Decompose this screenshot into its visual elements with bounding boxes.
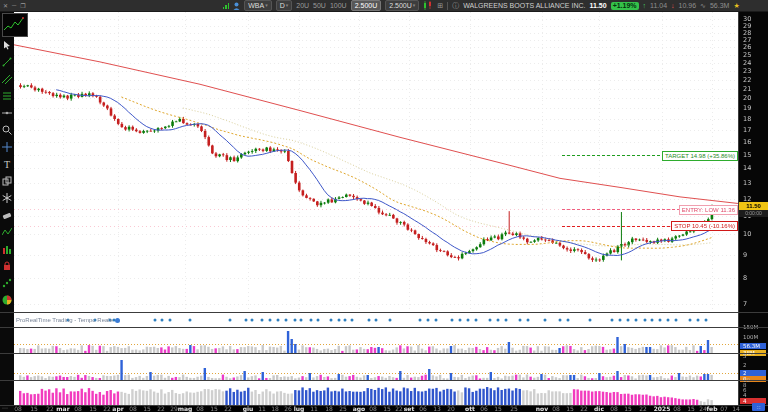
zigzag-icon[interactable] bbox=[2, 227, 13, 237]
connection-status-icon bbox=[223, 2, 230, 9]
settings-icon[interactable] bbox=[2, 193, 13, 203]
thumbnail-sparkline-icon bbox=[3, 14, 25, 34]
pane-separator[interactable] bbox=[0, 380, 768, 381]
low-arrow-icon: ↓ bbox=[671, 2, 675, 9]
entry-price-label[interactable]: ENTRY: LOW 11.36 bbox=[679, 205, 738, 215]
close-icon[interactable]: ✕ bbox=[3, 2, 9, 9]
text-icon[interactable]: T bbox=[2, 159, 13, 169]
globe-icon bbox=[115, 318, 120, 323]
signal-dots-pane[interactable] bbox=[14, 313, 739, 327]
volume-pane[interactable] bbox=[14, 328, 739, 353]
high-arrow-icon: ↑ bbox=[643, 2, 647, 9]
date-axis[interactable] bbox=[0, 405, 768, 412]
interval-dropdown[interactable]: 2.500U▾ bbox=[385, 0, 419, 11]
pane-separator[interactable] bbox=[0, 353, 768, 354]
pane-separator bbox=[0, 405, 768, 406]
user-icon[interactable] bbox=[233, 2, 240, 10]
prt-logo-icon[interactable]: ∷ bbox=[752, 403, 765, 411]
chart-thumbnail-window[interactable] bbox=[2, 13, 28, 37]
ma-button-50[interactable]: 50U bbox=[313, 2, 326, 9]
chart-type-candles-icon[interactable] bbox=[423, 1, 433, 10]
horizontal-line-icon[interactable] bbox=[2, 108, 13, 118]
trend-line-icon[interactable] bbox=[2, 57, 13, 67]
trading-app-window: ✕ ─ ❐ WBA▾ D▾ 20U 50U 100U 2.500U 2.500U… bbox=[0, 0, 768, 412]
minimize-icon[interactable]: ─ bbox=[12, 2, 17, 9]
company-name: WALGREENS BOOTS ALLIANCE INC. bbox=[463, 2, 585, 9]
lock-icon[interactable] bbox=[2, 261, 13, 271]
svg-text:T: T bbox=[4, 159, 10, 169]
window-controls[interactable]: ✕ ─ ❐ bbox=[3, 2, 27, 9]
target-price-label[interactable]: TARGET 14.98 (+35.86%) bbox=[662, 151, 738, 161]
platform-brand: ProRealTime Trading - Tempo Reale bbox=[16, 317, 120, 323]
alert-star-icon[interactable]: ★ bbox=[733, 2, 739, 10]
bar-countdown: 0:00:00 bbox=[739, 210, 768, 217]
timeframe-selector[interactable]: D▾ bbox=[276, 0, 293, 11]
chevron-down-icon: ▾ bbox=[413, 1, 416, 10]
chevron-down-icon: ▾ bbox=[286, 1, 289, 10]
day-volume-value: 56.3M bbox=[710, 2, 729, 9]
maximize-icon[interactable]: ❐ bbox=[20, 2, 26, 9]
ma-button-20[interactable]: 20U bbox=[296, 2, 309, 9]
layout-grid-icon[interactable]: ⊞ bbox=[437, 2, 443, 10]
brand-text: ProRealTime Trading - Tempo Reale bbox=[16, 317, 113, 323]
main-price-pane[interactable] bbox=[14, 12, 739, 312]
info-icon[interactable]: ⓘ bbox=[452, 1, 459, 11]
ma-button-100[interactable]: 100U bbox=[330, 2, 347, 9]
toolbar-divider bbox=[447, 2, 448, 10]
top-toolbar: ✕ ─ ❐ WBA▾ D▾ 20U 50U 100U 2.500U 2.500U… bbox=[0, 0, 768, 12]
multi-line-icon[interactable] bbox=[2, 74, 13, 84]
day-low-value: 10.96 bbox=[679, 2, 697, 9]
pie-icon[interactable] bbox=[2, 295, 13, 305]
dots-icon[interactable] bbox=[2, 278, 13, 288]
fib-retracement-icon[interactable] bbox=[2, 91, 13, 101]
symbol-selector[interactable]: WBA▾ bbox=[244, 0, 271, 11]
day-high-value: 11.04 bbox=[650, 2, 667, 9]
drawing-toolbar: T bbox=[0, 12, 14, 412]
volume-icon: ∿ bbox=[700, 2, 706, 10]
pane-separator[interactable] bbox=[0, 312, 768, 313]
pane-separator[interactable] bbox=[0, 327, 768, 328]
chevron-down-icon: ▾ bbox=[265, 1, 268, 10]
change-percent-badge: +1.19% bbox=[611, 2, 639, 10]
eraser-icon[interactable] bbox=[2, 210, 13, 220]
duplicate-icon[interactable] bbox=[2, 176, 13, 186]
bar-chart-icon[interactable] bbox=[2, 244, 13, 254]
crosshair-icon[interactable] bbox=[2, 142, 13, 152]
last-price-value: 11.50 bbox=[589, 2, 606, 9]
interval-button-active[interactable]: 2.500U bbox=[351, 0, 382, 11]
current-price-tag: 11.50 bbox=[739, 202, 768, 210]
stop-price-label[interactable]: STOP 10.45 (-10.16%) bbox=[671, 221, 738, 231]
indicator-pane-3[interactable] bbox=[14, 381, 739, 405]
corner-menu-icon[interactable]: ⋯ bbox=[2, 404, 8, 411]
zoom-icon[interactable] bbox=[2, 125, 13, 135]
indicator-pane-2[interactable] bbox=[14, 354, 739, 380]
cursor-icon[interactable] bbox=[2, 40, 13, 50]
